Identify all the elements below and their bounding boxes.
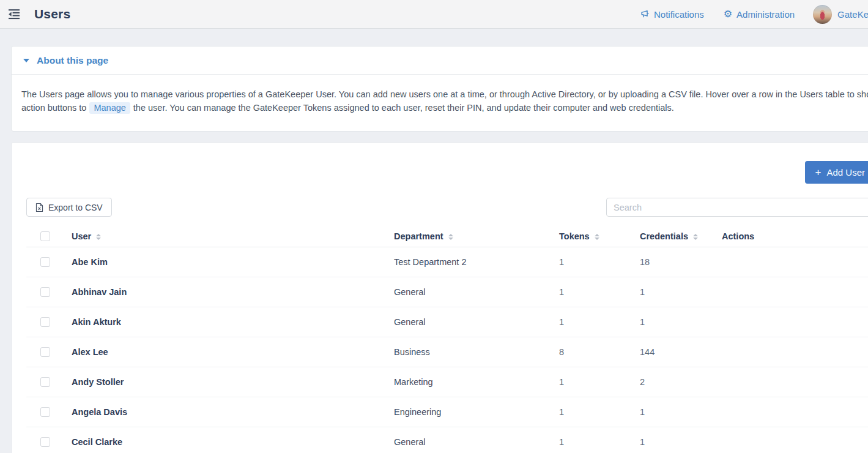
row-checkbox[interactable]	[40, 257, 50, 267]
column-header-credentials[interactable]: Credentials	[632, 226, 714, 247]
sort-carets-icon[interactable]	[693, 234, 698, 240]
user-department: Engineering	[386, 397, 551, 427]
user-name: Angela Davis	[72, 407, 127, 417]
user-tokens: 1	[551, 307, 632, 337]
user-tokens: 1	[551, 277, 632, 307]
about-description: The Users page allows you to manage vari…	[21, 88, 868, 114]
megaphone-icon	[639, 9, 650, 20]
column-header-tokens[interactable]: Tokens	[551, 226, 632, 247]
user-name: Andy Stoller	[72, 377, 124, 387]
caret-down-icon	[23, 59, 29, 62]
page-title: Users	[34, 7, 70, 21]
about-panel-body: The Users page allows you to manage vari…	[12, 75, 868, 131]
select-all-cell	[26, 226, 64, 247]
table-header-row: User Department Tokens Credentials Actio…	[26, 226, 868, 247]
user-department: General	[386, 307, 551, 337]
page: Users Notifications ⚙ Administration Gat…	[0, 0, 868, 453]
column-header-actions: Actions	[714, 226, 868, 247]
table-row[interactable]: Akin Akturk General 1 1	[26, 307, 868, 337]
row-checkbox[interactable]	[40, 407, 50, 417]
about-description-part2: the user. You can manage the GateKeeper …	[133, 103, 674, 113]
row-checkbox[interactable]	[40, 317, 50, 327]
user-tokens: 1	[551, 427, 632, 453]
row-checkbox[interactable]	[40, 347, 50, 357]
table-row[interactable]: Andy Stoller Marketing 1 2	[26, 367, 868, 397]
account-link[interactable]: GateKeeper	[837, 9, 868, 20]
user-name: Abe Kim	[72, 257, 108, 267]
row-checkbox[interactable]	[40, 377, 50, 387]
users-table-body: Abe Kim Test Department 2 1 18 Abhinav J…	[26, 247, 868, 453]
user-actions-cell	[714, 247, 868, 277]
user-name: Cecil Clarke	[72, 437, 122, 447]
users-table: User Department Tokens Credentials Actio…	[26, 226, 868, 453]
table-row[interactable]: Cecil Clarke General 1 1	[26, 427, 868, 453]
user-credentials: 1	[632, 307, 714, 337]
add-user-button[interactable]: + Add User	[805, 161, 868, 184]
user-department: Test Department 2	[386, 247, 551, 277]
user-credentials: 1	[632, 427, 714, 453]
notifications-label: Notifications	[654, 9, 704, 20]
user-name: Abhinav Jain	[72, 287, 127, 297]
administration-link[interactable]: ⚙ Administration	[724, 9, 795, 20]
sort-carets-icon[interactable]	[96, 234, 101, 240]
user-name: Akin Akturk	[72, 317, 121, 327]
user-credentials: 2	[632, 367, 714, 397]
card-top-row: + Add User	[26, 161, 868, 184]
sort-carets-icon[interactable]	[595, 234, 599, 240]
user-actions-cell	[714, 337, 868, 367]
sort-carets-icon[interactable]	[448, 234, 453, 240]
user-department: Marketing	[386, 367, 551, 397]
notifications-link[interactable]: Notifications	[639, 9, 704, 20]
user-tokens: 1	[551, 397, 632, 427]
row-checkbox[interactable]	[40, 287, 50, 297]
table-row[interactable]: Angela Davis Engineering 1 1	[26, 397, 868, 427]
table-toolbar: Export to CSV	[26, 198, 868, 217]
table-row[interactable]: Alex Lee Business 8 144	[26, 337, 868, 367]
select-all-checkbox[interactable]	[40, 231, 50, 241]
manage-tag: Manage	[89, 102, 130, 114]
column-header-user[interactable]: User	[64, 226, 386, 247]
user-department: General	[386, 277, 551, 307]
avatar[interactable]	[813, 5, 832, 24]
administration-label: Administration	[736, 9, 795, 20]
table-row[interactable]: Abe Kim Test Department 2 1 18	[26, 247, 868, 277]
user-credentials: 1	[632, 277, 714, 307]
user-tokens: 8	[551, 337, 632, 367]
user-actions-cell	[714, 367, 868, 397]
users-card: + Add User Export to CSV	[11, 142, 868, 453]
export-csv-label: Export to CSV	[48, 203, 103, 212]
user-tokens: 1	[551, 367, 632, 397]
file-excel-icon	[35, 203, 43, 212]
about-collapse-header[interactable]: About this page	[12, 47, 868, 75]
row-checkbox[interactable]	[40, 437, 50, 447]
user-credentials: 1	[632, 397, 714, 427]
topbar-right: Notifications ⚙ Administration GateKeepe…	[639, 5, 868, 24]
about-panel: About this page The Users page allows yo…	[11, 46, 868, 132]
user-actions-cell	[714, 427, 868, 453]
top-header: Users Notifications ⚙ Administration Gat…	[0, 0, 868, 29]
add-user-label: Add User	[826, 167, 865, 178]
user-department: General	[386, 427, 551, 453]
export-csv-button[interactable]: Export to CSV	[26, 198, 112, 217]
user-tokens: 1	[551, 247, 632, 277]
gear-icon: ⚙	[724, 9, 732, 19]
user-actions-cell	[714, 277, 868, 307]
user-credentials: 144	[632, 337, 714, 367]
user-actions-cell	[714, 307, 868, 337]
topbar-left: Users	[0, 5, 70, 23]
page-content: About this page The Users page allows yo…	[0, 46, 868, 453]
column-header-department[interactable]: Department	[386, 226, 551, 247]
user-actions-cell	[714, 397, 868, 427]
user-department: Business	[386, 337, 551, 367]
menu-fold-icon[interactable]	[5, 5, 23, 23]
search-input[interactable]	[606, 198, 868, 217]
about-panel-title: About this page	[37, 55, 108, 66]
user-name: Alex Lee	[72, 347, 108, 357]
user-credentials: 18	[632, 247, 714, 277]
plus-icon: +	[815, 167, 822, 178]
table-row[interactable]: Abhinav Jain General 1 1	[26, 277, 868, 307]
